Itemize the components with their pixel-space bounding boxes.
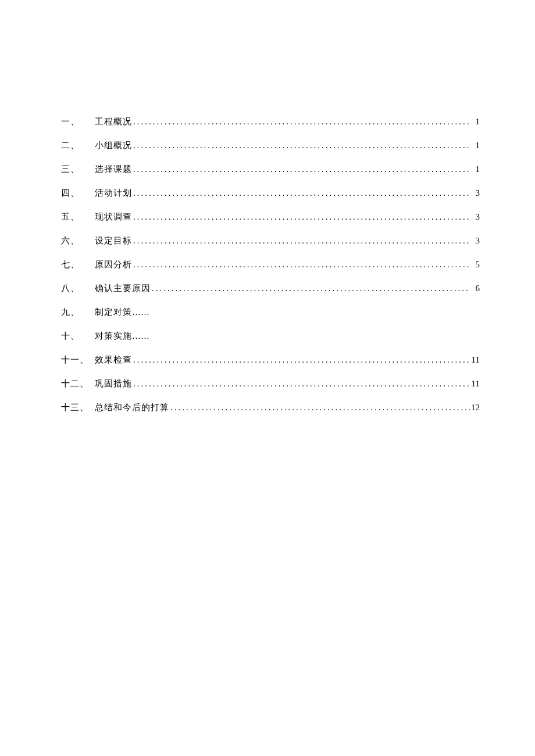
toc-page-number: 1: [472, 141, 480, 151]
toc-number: 六、: [61, 235, 95, 246]
toc-page-number: 5: [472, 260, 480, 270]
toc-ellipsis: ……: [132, 307, 149, 317]
toc-title: 选择课题: [95, 164, 132, 175]
toc-entry: 七、 原因分析 5: [61, 259, 480, 270]
toc-entry: 二、 小组概况 1: [61, 140, 480, 151]
toc-page-number: 3: [472, 188, 480, 198]
toc-entry: 十、 对策实施……: [61, 331, 480, 342]
toc-number: 七、: [61, 259, 95, 270]
toc-entry: 六、 设定目标 3: [61, 235, 480, 246]
toc-number: 一、: [61, 116, 95, 127]
toc-title: 原因分析: [95, 259, 132, 270]
toc-title: 设定目标: [95, 235, 132, 246]
toc-title: 制定对策: [95, 307, 132, 318]
toc-leader-dots: [133, 355, 470, 365]
toc-leader-dots: [133, 236, 470, 246]
toc-leader-dots: [152, 284, 470, 293]
toc-number: 十二、: [61, 378, 95, 389]
toc-number: 十、: [61, 331, 95, 342]
toc-entry: 四、 活动计划 3: [61, 188, 480, 199]
toc-entry: 一、 工程概况 1: [61, 116, 480, 127]
toc-title: 总结和今后的打算: [95, 402, 169, 413]
toc-title: 现状调查: [95, 212, 132, 223]
toc-ellipsis: ……: [132, 331, 149, 341]
toc-page-number: 1: [472, 117, 480, 127]
toc-page-number: 3: [472, 212, 480, 222]
table-of-contents: 一、 工程概况 1 二、 小组概况 1 三、 选择课题 1 四、 活动计划 3 …: [61, 116, 480, 413]
toc-leader-dots: [133, 260, 470, 270]
toc-number: 八、: [61, 283, 95, 294]
toc-title: 对策实施: [95, 331, 132, 342]
toc-leader-dots: [133, 188, 470, 198]
toc-number: 三、: [61, 164, 95, 175]
toc-entry: 九、 制定对策……: [61, 307, 480, 318]
toc-title: 巩固措施: [95, 378, 132, 389]
toc-title: 活动计划: [95, 188, 132, 199]
toc-entry: 十二、 巩固措施 11: [61, 378, 480, 389]
toc-leader-dots: [133, 141, 470, 151]
toc-leader-dots: [170, 403, 470, 413]
toc-leader-dots: [133, 117, 470, 127]
toc-entry: 三、 选择课题 1: [61, 164, 480, 175]
toc-number: 十一、: [61, 354, 95, 366]
toc-page-number: 1: [472, 164, 480, 174]
toc-number: 四、: [61, 188, 95, 199]
toc-leader-dots: [133, 212, 470, 222]
toc-number: 二、: [61, 140, 95, 151]
toc-title: 效果检查: [95, 354, 132, 366]
toc-entry: 十三、 总结和今后的打算 12: [61, 402, 480, 413]
toc-page-number: 6: [472, 284, 480, 293]
toc-number: 五、: [61, 212, 95, 223]
toc-entry: 十一、 效果检查 11: [61, 354, 480, 366]
toc-page-number: 12: [471, 403, 480, 413]
toc-page-number: 3: [472, 236, 480, 246]
toc-leader-dots: [133, 164, 470, 174]
toc-entry: 五、 现状调查 3: [61, 212, 480, 223]
toc-number: 十三、: [61, 402, 95, 413]
toc-page-number: 11: [472, 379, 480, 389]
toc-title: 确认主要原因: [95, 283, 151, 294]
toc-page-number: 11: [472, 355, 480, 365]
toc-number: 九、: [61, 307, 95, 318]
toc-title: 小组概况: [95, 140, 132, 151]
toc-title: 工程概况: [95, 116, 132, 127]
toc-entry: 八、 确认主要原因 6: [61, 283, 480, 294]
toc-leader-dots: [133, 379, 470, 389]
